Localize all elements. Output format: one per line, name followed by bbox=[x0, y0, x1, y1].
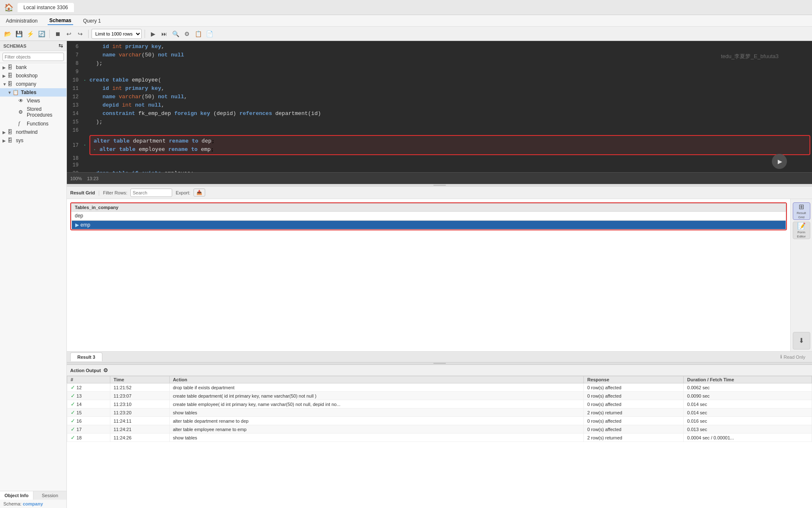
toolbar-btn-export[interactable]: 📄 bbox=[204, 29, 214, 39]
toolbar-btn-refresh[interactable]: 🔄 bbox=[36, 29, 46, 39]
status-icon-18: ✓ bbox=[71, 434, 75, 441]
toolbar-btn-redo[interactable]: ↪ bbox=[75, 29, 85, 39]
filter-objects-input[interactable] bbox=[3, 53, 64, 61]
sys-db-icon: 🗄 bbox=[8, 138, 14, 143]
line-dot-17: • bbox=[82, 143, 88, 147]
action-time-16: 11:24:11 bbox=[110, 417, 169, 425]
line-code-6: id int primary key, bbox=[88, 43, 812, 51]
sidebar-item-views[interactable]: 👁 Views bbox=[0, 97, 66, 105]
result-body: Tables_in_company dep ▶ e bbox=[67, 199, 812, 351]
editor-time: 13:23 bbox=[87, 176, 99, 181]
title-bar: 🏠 Local instance 3306 bbox=[0, 0, 812, 15]
menu-item-query1[interactable]: Query 1 bbox=[81, 17, 103, 25]
watermark: tedu_李夏梦_E_bfuuta3 bbox=[721, 53, 779, 60]
line-num-17: 17 bbox=[67, 142, 82, 148]
action-time-12: 11:21:52 bbox=[110, 383, 169, 392]
instance-tab[interactable]: Local instance 3306 bbox=[18, 3, 74, 12]
toolbar-btn-search[interactable]: 🔍 bbox=[171, 29, 181, 39]
play-button[interactable] bbox=[772, 154, 787, 169]
toolbar-btn-save[interactable]: 💾 bbox=[14, 29, 24, 39]
sidebar-item-functions[interactable]: f Functions bbox=[0, 119, 66, 128]
line-num-10: 10 bbox=[67, 76, 82, 84]
action-text-15: show tables bbox=[169, 408, 584, 417]
action-text-17: alter table employee rename to emp bbox=[169, 425, 584, 434]
toolbar-btn-new[interactable]: 📂 bbox=[3, 29, 13, 39]
sidebar-item-bank[interactable]: ▶ 🗄 bank bbox=[0, 63, 66, 71]
action-row-15: ✓ 15 11:23:20 show tables 2 row(s) retur… bbox=[67, 408, 812, 417]
action-row-18: ✓ 18 11:24:26 show tables 2 row(s) retur… bbox=[67, 434, 812, 442]
code-line-19: 19 bbox=[67, 161, 812, 169]
scroll-down-btn[interactable]: ⬇ bbox=[793, 332, 810, 350]
menu-item-schemas[interactable]: Schemas bbox=[48, 17, 73, 25]
sidebar-item-stored-procedures[interactable]: ⚙ Stored Procedures bbox=[0, 105, 66, 119]
export-button[interactable]: 📥 bbox=[193, 189, 205, 197]
tab-object-info[interactable]: Object Info bbox=[0, 491, 33, 500]
home-icon[interactable]: 🏠 bbox=[4, 3, 13, 12]
sidebar-item-tables[interactable]: ▼ 📋 Tables bbox=[0, 88, 66, 97]
menu-item-administration[interactable]: Administration bbox=[4, 17, 39, 25]
tab-session[interactable]: Session bbox=[33, 491, 66, 500]
code-line-11: 11 id int primary key, bbox=[67, 84, 812, 93]
schema-info: Schema: company bbox=[0, 500, 66, 508]
toolbar-btn-run[interactable]: ⚡ bbox=[25, 29, 35, 39]
result-search-input[interactable] bbox=[130, 189, 172, 197]
tree-arrow-company: ▼ bbox=[3, 82, 8, 87]
sidebar: SCHEMAS ⇆ ▶ 🗄 bank ▶ 🗄 bookshop ▼ 🗄 bbox=[0, 41, 67, 508]
action-time-15: 11:23:20 bbox=[110, 408, 169, 417]
result-row-dep[interactable]: dep bbox=[71, 212, 786, 220]
action-output-settings-icon[interactable]: ⚙ bbox=[103, 367, 108, 373]
result-row-emp[interactable]: ▶ emp bbox=[71, 220, 786, 230]
action-duration-15: 0.014 sec bbox=[684, 408, 812, 417]
tree-arrow-bookshop: ▶ bbox=[3, 74, 8, 78]
tree-arrow-sys: ▶ bbox=[3, 138, 8, 143]
company-label: company bbox=[16, 81, 36, 87]
result-grid-tab-label[interactable]: Result Grid bbox=[70, 190, 95, 195]
stored-proc-icon: ⚙ bbox=[18, 109, 25, 115]
action-response-18: 2 row(s) returned bbox=[584, 434, 684, 442]
toolbar-btn-exec-selected[interactable]: ▶ bbox=[148, 29, 158, 39]
code-line-14: 14 constraint fk_emp_dep foreign key (de… bbox=[67, 110, 812, 118]
limit-rows-select[interactable]: Limit to 1000 rows bbox=[92, 29, 142, 39]
bookshop-label: bookshop bbox=[16, 73, 38, 79]
info-icon: ℹ bbox=[780, 354, 782, 360]
toolbar-btn-undo[interactable]: ↩ bbox=[64, 29, 74, 39]
result-col-header: Tables_in_company bbox=[71, 204, 786, 212]
sidebar-item-company[interactable]: ▼ 🗄 company bbox=[0, 80, 66, 88]
code-line-12: 12 name varchar(50) not null, bbox=[67, 93, 812, 101]
line-num-14: 14 bbox=[67, 110, 82, 118]
toolbar-sep-3 bbox=[145, 30, 145, 38]
sidebar-item-northwind[interactable]: ▶ 🗄 northwind bbox=[0, 128, 66, 136]
action-row-17: ✓ 17 11:24:21 alter table employee renam… bbox=[67, 425, 812, 434]
result-tabs-row: Result 3 ℹ Read Only bbox=[67, 351, 812, 362]
action-response-12: 0 row(s) affected bbox=[584, 383, 684, 392]
action-col-response: Response bbox=[584, 376, 684, 383]
result-3-tab[interactable]: Result 3 bbox=[70, 352, 102, 361]
line-code-7: name varchar(50) not null bbox=[88, 51, 812, 59]
line-code-11: id int primary key, bbox=[88, 84, 812, 93]
line-num-6: 6 bbox=[67, 43, 82, 51]
sidebar-filter bbox=[0, 51, 66, 63]
toolbar-btn-exec-all[interactable]: ⏭ bbox=[159, 29, 169, 39]
sidebar-toggle-icon[interactable]: ⇆ bbox=[59, 43, 63, 49]
action-col-time: Time bbox=[110, 376, 169, 383]
result-grid-view-btn[interactable]: ⊞ ResultGrid bbox=[793, 202, 810, 220]
toolbar-btn-settings[interactable]: ⚙ bbox=[182, 29, 192, 39]
toolbar: 📂 💾 ⚡ 🔄 ⏹ ↩ ↪ Limit to 1000 rows ▶ ⏭ 🔍 ⚙… bbox=[0, 27, 812, 41]
code-content[interactable]: 6 id int primary key, 7 name varchar(50)… bbox=[67, 41, 812, 172]
tables-icon: 📋 bbox=[13, 89, 19, 95]
toolbar-btn-copy[interactable]: 📋 bbox=[193, 29, 203, 39]
line-num-13: 13 bbox=[67, 101, 82, 110]
code-line-10: 10 • create table employee( bbox=[67, 76, 812, 84]
line-num-16: 16 bbox=[67, 126, 82, 135]
bookshop-db-icon: 🗄 bbox=[8, 73, 14, 79]
sidebar-item-sys[interactable]: ▶ 🗄 sys bbox=[0, 136, 66, 145]
company-db-icon: 🗄 bbox=[8, 81, 14, 87]
toolbar-btn-stop[interactable]: ⏹ bbox=[53, 29, 63, 39]
action-duration-17: 0.013 sec bbox=[684, 425, 812, 434]
form-editor-view-btn[interactable]: 📝 FormEditor bbox=[793, 222, 810, 239]
line-code-20: drop table if exists employee; bbox=[88, 169, 812, 172]
sidebar-item-bookshop[interactable]: ▶ 🗄 bookshop bbox=[0, 71, 66, 80]
action-time-18: 11:24:26 bbox=[110, 434, 169, 442]
code-editor[interactable]: tedu_李夏梦_E_bfuuta3 6 id int primary key,… bbox=[67, 41, 812, 184]
line-code-17: alter table department rename to dep; bbox=[94, 137, 806, 145]
